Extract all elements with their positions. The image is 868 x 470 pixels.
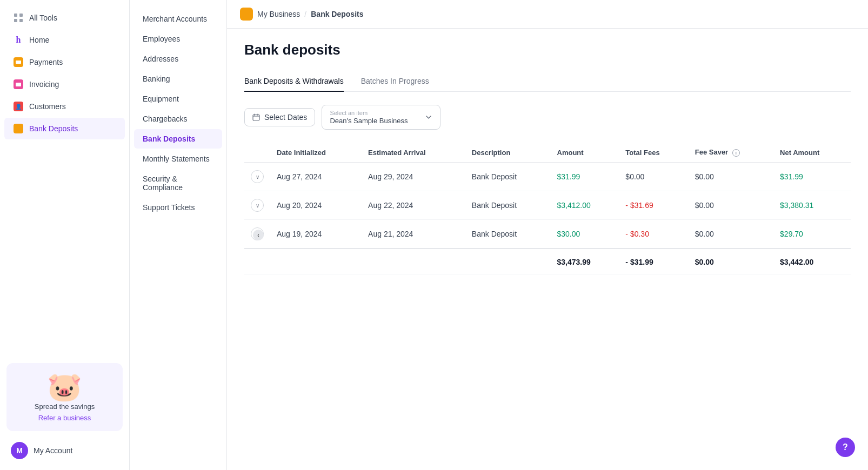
svg-rect-3 [19,19,23,22]
svg-rect-4 [253,115,259,120]
sub-sidebar-banking[interactable]: Banking [134,69,222,89]
col-net-amount: Net Amount [773,143,851,163]
estimated-arrival-3: Aug 21, 2024 [362,220,465,249]
amount-3: $30.00 [551,220,619,249]
table-row: ∨ Aug 20, 2024 Aug 22, 2024 Bank Deposit… [244,191,851,220]
select-dates-button[interactable]: Select Dates [244,108,315,126]
help-button[interactable]: ? [836,438,855,457]
refer-business-link[interactable]: Refer a business [38,414,91,422]
sidebar-item-bank-deposits[interactable]: Bank Deposits [4,118,125,139]
fee-saver-2: $0.00 [689,191,773,220]
sub-sidebar-addresses[interactable]: Addresses [134,49,222,69]
invoicing-icon [13,79,24,90]
total-net-amount: $3,442.00 [773,249,851,274]
avatar: M [11,442,28,459]
tabs: Bank Deposits & Withdrawals Batches In P… [244,71,851,92]
sidebar-item-label: Customers [29,102,66,111]
date-initialized-3: Aug 19, 2024 [270,220,362,249]
sidebar-item-label: Bank Deposits [29,124,78,133]
sidebar-item-label: Payments [29,58,63,66]
sub-sidebar: Merchant Accounts Employees Addresses Ba… [130,0,227,470]
net-amount-2: $3,380.31 [773,191,851,220]
sub-sidebar-support-tickets[interactable]: Support Tickets [134,198,222,217]
svg-rect-1 [19,14,23,17]
total-fees-3: - $0.30 [619,220,688,249]
page-title: Bank deposits [244,42,851,58]
customers-icon: 👤 [13,101,24,112]
breadcrumb-my-business[interactable]: My Business [257,10,300,18]
account-name-label: My Account [34,446,72,455]
main-content: My Business / Bank Deposits Bank deposit… [227,0,868,470]
sidebar-item-invoicing[interactable]: Invoicing [4,73,125,95]
sidebar-item-label: All Tools [29,14,57,22]
home-icon: h [13,35,24,45]
expand-row-2[interactable]: ∨ [251,199,264,212]
date-initialized-2: Aug 20, 2024 [270,191,362,220]
chevron-down-icon [425,113,432,121]
net-amount-3: $29.70 [773,220,851,249]
total-fees-sum: - $31.99 [619,249,688,274]
sub-sidebar-bank-deposits[interactable]: Bank Deposits [134,129,222,149]
amount-2: $3,412.00 [551,191,619,220]
my-account[interactable]: M My Account [6,438,123,464]
sidebar-item-customers[interactable]: 👤 Customers [4,96,125,117]
sub-sidebar-security-compliance[interactable]: Security & Compliance [134,169,222,197]
sidebar-item-home[interactable]: h Home [4,29,125,51]
fee-saver-info-icon[interactable]: i [732,149,740,157]
amount-1: $31.99 [551,163,619,191]
col-estimated-arrival: Estimated Arrival [362,143,465,163]
svg-rect-0 [14,14,17,17]
sub-sidebar-equipment[interactable]: Equipment [134,89,222,109]
date-initialized-1: Aug 27, 2024 [270,163,362,191]
tab-batches-in-progress[interactable]: Batches In Progress [361,71,429,92]
sidebar-item-all-tools[interactable]: All Tools [4,7,125,29]
business-dropdown[interactable]: Select an item Dean's Sample Business [322,105,440,130]
dropdown-label: Select an item [330,110,420,116]
total-fee-saver: $0.00 [689,249,773,274]
collapse-sidebar-button[interactable]: ‹ [253,230,264,240]
col-description: Description [465,143,551,163]
total-fees-1: $0.00 [619,163,688,191]
total-amount: $3,473.99 [551,249,619,274]
left-sidebar: All Tools h Home Payments [0,0,130,470]
sidebar-item-label: Invoicing [29,80,59,89]
sub-sidebar-monthly-statements[interactable]: Monthly Statements [134,149,222,169]
net-amount-1: $31.99 [773,163,851,191]
piggy-bank-icon: 🐷 [15,372,114,402]
filters: Select Dates Select an item Dean's Sampl… [244,105,851,130]
fee-saver-1: $0.00 [689,163,773,191]
bank-deposits-icon [13,123,24,134]
description-1: Bank Deposit [465,163,551,191]
breadcrumb-bar: My Business / Bank Deposits [227,0,868,29]
business-logo [240,8,253,21]
expand-row-1[interactable]: ∨ [251,170,264,183]
svg-rect-2 [14,19,17,22]
tab-bank-deposits-withdrawals[interactable]: Bank Deposits & Withdrawals [244,71,344,92]
sub-sidebar-merchant-accounts[interactable]: Merchant Accounts [134,9,222,29]
col-date-initialized: Date Initialized [270,143,362,163]
fee-saver-3: $0.00 [689,220,773,249]
sidebar-item-label: Home [29,36,49,44]
estimated-arrival-1: Aug 29, 2024 [362,163,465,191]
total-fees-2: - $31.69 [619,191,688,220]
sidebar-item-payments[interactable]: Payments [4,51,125,73]
referral-text: Spread the savings [15,402,114,411]
col-expand [244,143,270,163]
sub-sidebar-chargebacks[interactable]: Chargebacks [134,109,222,129]
table-row: ∨ Aug 19, 2024 Aug 21, 2024 Bank Deposit… [244,220,851,249]
description-3: Bank Deposit [465,220,551,249]
col-amount: Amount [551,143,619,163]
col-total-fees: Total Fees [619,143,688,163]
totals-row: $3,473.99 - $31.99 $0.00 $3,442.00 [244,249,851,274]
payments-icon [13,57,24,68]
sub-sidebar-employees[interactable]: Employees [134,29,222,49]
col-fee-saver: Fee Saver i [689,143,773,163]
estimated-arrival-2: Aug 22, 2024 [362,191,465,220]
grid-icon [13,12,24,23]
table-row: ∨ Aug 27, 2024 Aug 29, 2024 Bank Deposit… [244,163,851,191]
calendar-icon [252,113,260,121]
description-2: Bank Deposit [465,191,551,220]
dropdown-value: Dean's Sample Business [330,117,408,125]
breadcrumb-bank-deposits: Bank Deposits [311,10,363,18]
deposits-table: Date Initialized Estimated Arrival Descr… [244,143,851,274]
